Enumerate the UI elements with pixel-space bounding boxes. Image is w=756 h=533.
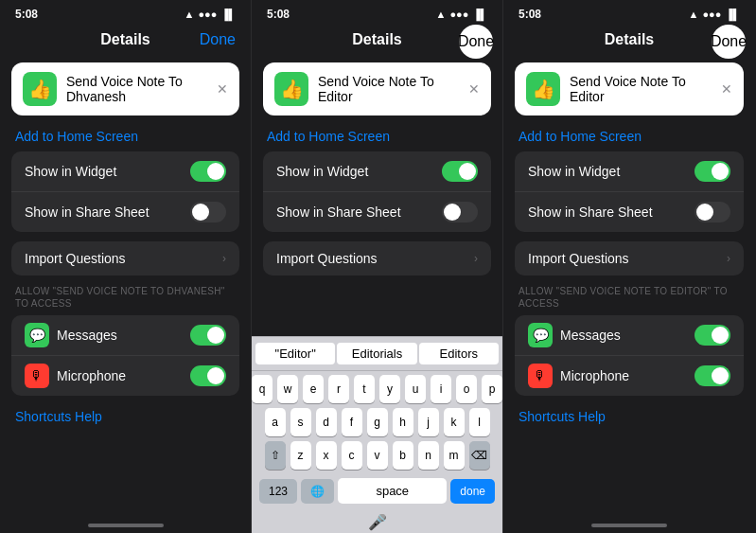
key-2-4[interactable]: v (367, 441, 388, 470)
toggle-thumb-0 (207, 163, 224, 180)
key-0-1[interactable]: w (277, 375, 298, 403)
key-2-6[interactable]: n (418, 441, 439, 470)
thumbs-up-icon: 👍 (532, 78, 555, 100)
nav-title: Details (100, 31, 149, 48)
key-1-5[interactable]: h (393, 408, 413, 436)
key-0-7[interactable]: i (431, 375, 451, 403)
microphone-app-icon: 🎙 (30, 368, 44, 383)
done-button[interactable]: Done (712, 25, 746, 59)
keyboard-emoji-key[interactable]: 🌐 (301, 479, 334, 504)
import-questions-label: Import Questions (528, 251, 629, 266)
toggle-1[interactable] (694, 202, 730, 222)
key-1-2[interactable]: d (316, 408, 337, 436)
toggle-row-1: Show in Share Sheet (515, 192, 744, 232)
done-button[interactable]: Done (200, 31, 236, 48)
keyboard-space-key[interactable]: space (338, 478, 447, 504)
toggle-1[interactable] (442, 202, 478, 222)
toggle-label-1: Show in Share Sheet (528, 204, 653, 220)
import-questions-row[interactable]: Import Questions › (11, 241, 239, 275)
keyboard-suggestions: "Editor"EditorialsEditors (252, 337, 502, 371)
permission-toggle-1[interactable] (190, 365, 226, 386)
key-1-1[interactable]: s (290, 408, 311, 436)
key-0-4[interactable]: t (354, 375, 375, 403)
key-1-3[interactable]: f (342, 408, 362, 436)
key-0-3[interactable]: r (328, 375, 349, 403)
key-0-2[interactable]: e (303, 375, 324, 403)
key-1-0[interactable]: a (265, 408, 286, 436)
suggestion-1[interactable]: Editorials (337, 343, 416, 364)
key-row-0: qwertyuiop (254, 375, 501, 403)
toggle-0[interactable] (694, 161, 730, 182)
nav-bar: DetailsDone (503, 25, 755, 59)
key-2-5[interactable]: b (393, 441, 413, 470)
permission-toggle-thumb-1 (712, 367, 729, 384)
add-to-home-link[interactable]: Add to Home Screen (0, 123, 251, 151)
key-0-0[interactable]: q (252, 375, 273, 403)
permission-section: 💬 Messages 🎙 Microphone (11, 315, 239, 396)
thumbs-up-icon: 👍 (28, 78, 52, 100)
permission-toggle-1[interactable] (694, 365, 730, 386)
shortcut-name[interactable]: Send Voice Note To Editor (318, 74, 459, 104)
shortcuts-help-link[interactable]: Shortcuts Help (503, 405, 755, 428)
add-to-home-link[interactable]: Add to Home Screen (252, 123, 502, 151)
key-2-1[interactable]: z (290, 441, 311, 470)
permission-toggle-0[interactable] (694, 325, 730, 346)
mic-row: 🎤 (252, 509, 502, 533)
status-bar: 5:08 ▲ ●●● ▐▌ (252, 0, 502, 25)
permission-icon-0: 💬 (528, 323, 553, 347)
shortcut-close-icon[interactable]: ✕ (217, 81, 228, 97)
key-row-2: ⇧zxcvbnm⌫ (254, 441, 501, 470)
key-1-4[interactable]: g (367, 408, 388, 436)
key-0-9[interactable]: p (482, 375, 502, 403)
key-0-8[interactable]: o (456, 375, 477, 403)
toggle-section: Show in Widget Show in Share Sheet (263, 151, 491, 232)
toggle-0[interactable] (442, 161, 478, 182)
suggestion-2[interactable]: Editors (419, 343, 499, 364)
status-time: 5:08 (519, 8, 541, 21)
key-1-8[interactable]: l (469, 408, 490, 436)
import-questions-row[interactable]: Import Questions › (515, 241, 744, 275)
toggle-0[interactable] (190, 161, 226, 182)
chevron-icon: › (474, 252, 478, 265)
status-icons: ▲ ●●● ▐▌ (436, 9, 487, 20)
toggle-row-0: Show in Widget (263, 151, 491, 192)
wifi-icon: ▲ (436, 9, 447, 20)
shortcut-name[interactable]: Send Voice Note To Dhvanesh (66, 74, 207, 104)
key-0-6[interactable]: u (405, 375, 426, 403)
key-1-6[interactable]: j (418, 408, 439, 436)
toggle-1[interactable] (190, 202, 226, 222)
status-time: 5:08 (267, 8, 290, 21)
permission-toggle-0[interactable] (190, 325, 226, 346)
shortcut-name[interactable]: Send Voice Note To Editor (570, 74, 712, 104)
shortcut-card: 👍 Send Voice Note To Editor ✕ (515, 62, 744, 115)
status-bar: 5:08 ▲ ●●● ▐▌ (0, 0, 251, 25)
shortcut-close-icon[interactable]: ✕ (721, 81, 732, 97)
add-to-home-link[interactable]: Add to Home Screen (503, 123, 755, 151)
keyboard-done-key[interactable]: done (450, 479, 495, 504)
toggle-row-0: Show in Widget (515, 151, 744, 192)
keyboard-bottom-row: 123 🌐 space done (252, 478, 502, 509)
chevron-icon: › (222, 252, 226, 265)
shortcuts-help-link[interactable]: Shortcuts Help (0, 405, 251, 428)
key-1-7[interactable]: k (444, 408, 465, 436)
keyboard-123-key[interactable]: 123 (259, 479, 297, 504)
suggestion-0[interactable]: "Editor" (255, 343, 335, 364)
import-questions-row[interactable]: Import Questions › (263, 241, 491, 275)
shortcut-close-icon[interactable]: ✕ (468, 81, 480, 97)
done-button[interactable]: Done (459, 25, 493, 59)
home-indicator (88, 524, 164, 527)
microphone-app-icon: 🎙 (534, 368, 547, 383)
messages-app-icon: 💬 (29, 328, 45, 343)
key-2-8[interactable]: ⌫ (469, 441, 490, 470)
key-2-2[interactable]: x (316, 441, 337, 470)
permission-row-0: 💬 Messages (11, 315, 239, 356)
toggle-label-0: Show in Widget (25, 164, 116, 179)
key-0-5[interactable]: y (379, 375, 400, 403)
permission-section: 💬 Messages 🎙 Microphone (515, 315, 744, 396)
key-2-3[interactable]: c (342, 441, 362, 470)
permission-toggle-thumb-0 (207, 327, 224, 344)
key-2-7[interactable]: m (444, 441, 465, 470)
key-2-0[interactable]: ⇧ (265, 441, 286, 470)
permission-label-0: Messages (560, 328, 687, 343)
mic-icon[interactable]: 🎤 (368, 513, 387, 531)
